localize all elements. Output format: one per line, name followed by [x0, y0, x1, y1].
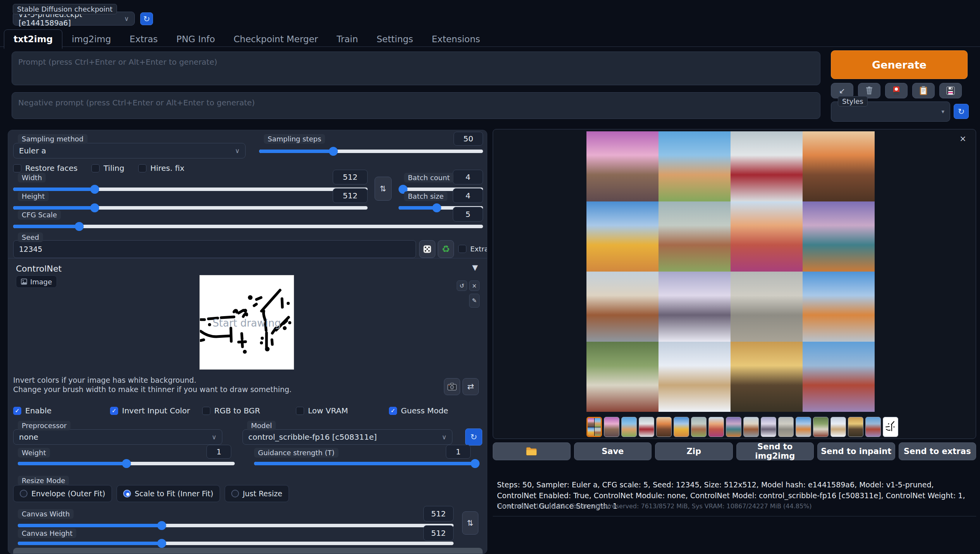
generated-image-7[interactable] — [731, 201, 803, 272]
open-folder-button[interactable] — [493, 442, 571, 460]
save-style-button[interactable] — [939, 83, 962, 98]
width-value[interactable]: 512 — [333, 170, 368, 184]
thumbnail-5[interactable] — [674, 417, 689, 437]
paste-params-button[interactable] — [912, 83, 935, 98]
guidance-strength-value[interactable]: 1 — [446, 445, 471, 459]
generated-image-3[interactable] — [731, 131, 803, 201]
thumbnail-3[interactable] — [639, 417, 654, 437]
send-to-inpaint-button[interactable]: Send to inpaint — [817, 442, 895, 460]
tab-extras[interactable]: Extras — [120, 30, 167, 48]
thumbnail-11[interactable] — [778, 417, 794, 437]
thumbnail-scribble-input[interactable] — [883, 417, 898, 437]
generated-image-10[interactable] — [658, 272, 731, 342]
mirror-webcam-button[interactable]: ⇄ — [462, 378, 479, 395]
cfg-scale-slider[interactable] — [13, 225, 483, 228]
refresh-controlnet-models-button[interactable]: ↻ — [465, 428, 482, 446]
generated-image-14[interactable] — [658, 342, 731, 412]
guess-mode-checkbox[interactable]: ✓Guess Mode — [389, 406, 448, 415]
resize-mode-just-resize[interactable]: Just Resize — [225, 485, 289, 502]
thumbnail-14[interactable] — [830, 417, 846, 437]
generated-image-11[interactable] — [731, 272, 803, 342]
resize-mode-envelope-outer-fit[interactable]: Envelope (Outer Fit) — [13, 485, 112, 502]
generated-image-13[interactable] — [586, 342, 658, 412]
enable-checkbox[interactable]: ✓Enable — [13, 406, 52, 415]
close-gallery-icon[interactable]: × — [959, 134, 966, 143]
generated-image-4[interactable] — [803, 131, 875, 201]
tiling-checkbox[interactable]: Tiling — [91, 163, 124, 173]
thumbnail-13[interactable] — [813, 417, 829, 437]
send-to-img2img-button[interactable]: Send to img2img — [736, 442, 814, 460]
reuse-seed-button[interactable]: ♻ — [438, 240, 454, 258]
batch-count-value[interactable]: 4 — [453, 170, 483, 184]
thumbnail-2[interactable] — [621, 417, 637, 437]
tab-img2img[interactable]: img2img — [62, 30, 120, 48]
thumbnail-6[interactable] — [691, 417, 707, 437]
extra-seed-checkbox[interactable]: Extra — [458, 245, 487, 253]
invert-input-color-checkbox[interactable]: ✓Invert Input Color — [110, 406, 190, 415]
controlnet-weight-value[interactable]: 1 — [206, 445, 231, 459]
zip-button[interactable]: Zip — [655, 442, 733, 460]
controlnet-image-tab[interactable]: Image — [16, 275, 57, 288]
low-vram-checkbox[interactable]: Low VRAM — [296, 406, 348, 415]
generated-image-6[interactable] — [658, 201, 731, 272]
swap-width-height-button[interactable]: ⇅ — [375, 177, 392, 201]
thumbnail-4[interactable] — [656, 417, 672, 437]
collapsed-section-bar[interactable] — [13, 548, 483, 554]
thumbnail-8[interactable] — [726, 417, 741, 437]
generated-image-16[interactable] — [803, 342, 875, 412]
collapse-icon[interactable]: ▼ — [472, 263, 478, 272]
seed-input[interactable]: 12345 — [13, 240, 416, 258]
brush-size-button[interactable]: ✎ — [469, 294, 480, 308]
thumbnail-12[interactable] — [796, 417, 811, 437]
thumbnail-7[interactable] — [708, 417, 724, 437]
generated-image-2[interactable] — [658, 131, 731, 201]
sampling-steps-slider[interactable] — [259, 150, 483, 153]
width-slider[interactable] — [13, 188, 368, 191]
generated-image-9[interactable] — [586, 272, 658, 342]
extra-networks-button[interactable] — [885, 83, 908, 98]
resize-mode-scale-to-fit-inner-fit[interactable]: Scale to Fit (Inner Fit) — [117, 485, 220, 502]
preprocessor-dropdown[interactable]: none ∨ — [13, 429, 222, 445]
swap-canvas-dimensions-button[interactable]: ⇅ — [462, 511, 478, 535]
controlnet-drawing-canvas[interactable]: Start drawing — [200, 275, 294, 369]
canvas-height-slider[interactable] — [18, 542, 454, 545]
prompt-input[interactable] — [12, 52, 820, 85]
sampling-steps-value[interactable]: 50 — [454, 132, 483, 146]
height-value[interactable]: 512 — [333, 188, 368, 203]
controlnet-weight-slider[interactable] — [18, 462, 235, 465]
thumbnail-9[interactable] — [743, 417, 759, 437]
send-to-extras-button[interactable]: Send to extras — [899, 442, 977, 460]
generated-image-12[interactable] — [803, 272, 875, 342]
canvas-width-value[interactable]: 512 — [423, 506, 454, 521]
controlnet-model-dropdown[interactable]: control_scribble-fp16 [c508311e] ∨ — [242, 429, 452, 445]
refresh-checkpoints-button[interactable]: ↻ — [140, 12, 153, 25]
generate-button[interactable]: Generate — [831, 50, 968, 79]
thumbnail-grid-selected[interactable] — [586, 417, 602, 437]
generated-image-5[interactable] — [586, 201, 658, 272]
restore-faces-checkbox[interactable]: Restore faces — [13, 163, 77, 173]
clear-image-button[interactable]: × — [469, 280, 480, 291]
negative-prompt-input[interactable] — [12, 92, 820, 119]
sampling-method-dropdown[interactable]: Euler a ∨ — [13, 143, 246, 158]
thumbnail-16[interactable] — [865, 417, 881, 437]
guidance-strength-slider[interactable] — [254, 462, 475, 465]
thumbnail-15[interactable] — [848, 417, 863, 437]
tab-png-info[interactable]: PNG Info — [167, 30, 224, 48]
canvas-height-value[interactable]: 512 — [423, 525, 454, 541]
random-seed-button[interactable] — [419, 240, 435, 258]
generated-image-15[interactable] — [731, 342, 803, 412]
generated-image-1[interactable] — [586, 131, 658, 201]
refresh-styles-button[interactable]: ↻ — [954, 104, 969, 119]
rgb-to-bgr-checkbox[interactable]: RGB to BGR — [202, 406, 260, 415]
generated-image-8[interactable] — [803, 201, 875, 272]
height-slider[interactable] — [13, 206, 368, 210]
cfg-scale-value[interactable]: 5 — [453, 207, 483, 222]
tab-train[interactable]: Train — [327, 30, 367, 48]
hires-fix-checkbox[interactable]: Hires. fix — [138, 163, 184, 173]
canvas-width-slider[interactable] — [18, 524, 454, 527]
tab-extensions[interactable]: Extensions — [423, 30, 490, 48]
webcam-button[interactable] — [444, 378, 460, 395]
tab-txt2img[interactable]: txt2img — [4, 29, 62, 49]
undo-drawing-button[interactable]: ↺ — [457, 280, 467, 291]
tab-settings[interactable]: Settings — [367, 30, 422, 48]
